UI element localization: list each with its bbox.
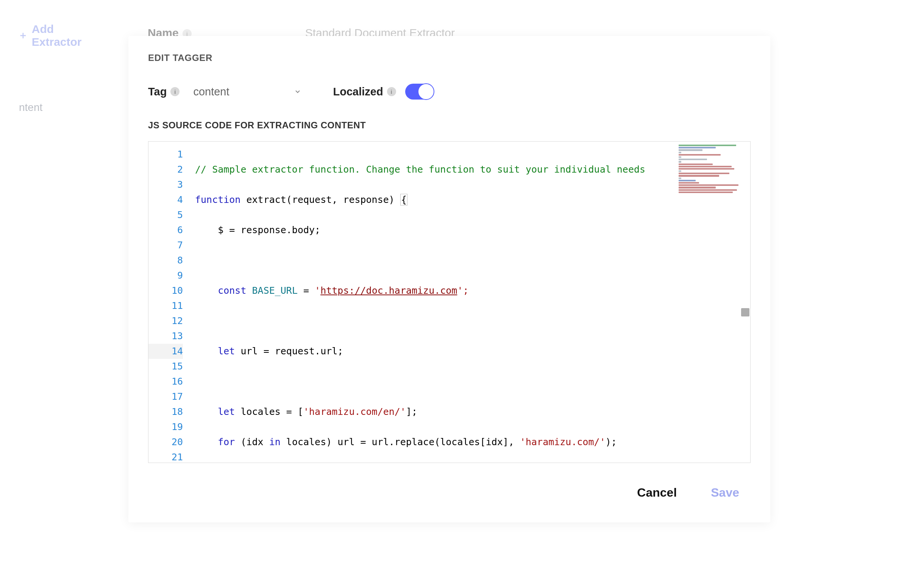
localized-label: Localizedi [333, 86, 396, 98]
minimap[interactable] [676, 142, 749, 460]
tag-dropdown[interactable]: content [193, 86, 304, 98]
info-icon[interactable]: i [170, 87, 179, 96]
minimap-slider[interactable] [741, 308, 749, 316]
save-button[interactable]: Save [711, 486, 739, 500]
form-row: Tagi content Localizedi [148, 84, 751, 100]
tag-label: Tagi [148, 86, 179, 98]
code-area[interactable]: // Sample extractor function. Change the… [192, 142, 750, 463]
info-icon[interactable]: i [387, 87, 396, 96]
edit-tagger-modal: EDIT TAGGER Tagi content Localizedi JS S… [128, 36, 770, 522]
modal-title: EDIT TAGGER [148, 53, 751, 63]
toggle-knob [418, 83, 434, 100]
chevron-down-icon [294, 88, 301, 95]
code-editor[interactable]: 123456789101112131415161718192021 // Sam… [148, 141, 751, 463]
code-section-label: JS SOURCE CODE FOR EXTRACTING CONTENT [148, 120, 751, 131]
line-gutter: 123456789101112131415161718192021 [148, 142, 192, 463]
cancel-button[interactable]: Cancel [637, 486, 677, 500]
minimap-content [676, 142, 749, 196]
localized-toggle[interactable] [405, 84, 434, 100]
modal-actions: Cancel Save [148, 486, 751, 500]
tag-dropdown-value: content [193, 86, 229, 98]
